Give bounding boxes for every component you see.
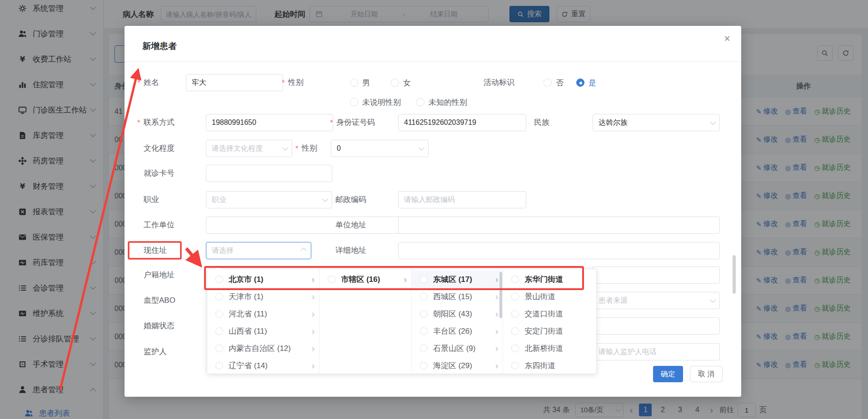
gender2-label: 性别 [302,140,317,157]
idcard-input[interactable] [398,114,526,131]
radio-icon[interactable] [420,276,428,283]
ethnic-select[interactable]: 达斡尔族 [593,114,720,131]
divider [125,61,741,62]
cancel-button[interactable]: 取 消 [690,366,723,382]
cascader-option[interactable]: 交道口街道 [503,305,596,322]
radio-icon[interactable] [511,362,519,370]
required-asterisk: * [295,140,299,157]
radio-icon[interactable] [511,276,519,283]
ethnic-label: 民族 [534,114,549,131]
zip-input[interactable] [398,191,526,208]
cascader-option[interactable]: 北京市 (1) › [207,271,319,288]
radio-icon[interactable] [215,310,223,318]
gender-label: 性别 [288,74,304,91]
radio-active-no[interactable]: 否 [544,74,564,91]
radio-icon[interactable] [511,310,519,318]
chevron-right-icon: › [495,361,499,370]
radio-icon[interactable] [511,327,519,335]
radio-icon[interactable] [215,293,223,301]
radio-icon[interactable] [420,345,428,352]
chevron-down-icon [322,196,328,202]
cascader-option[interactable]: 辽宁省 (14) › [207,357,319,374]
modal-title: 新增患者 [142,40,177,52]
radio-gender-unknown[interactable]: 未知的性别 [416,94,467,111]
cascader-option[interactable]: 石景山区 (9) › [412,340,503,357]
active-flag-label: 活动标识 [484,74,514,91]
chevron-right-icon: › [312,292,315,301]
radio-icon[interactable] [511,293,519,301]
work-address-input[interactable] [398,217,720,234]
required-asterisk: * [137,74,140,91]
chevron-up-icon [301,247,307,253]
visit-card-input[interactable] [206,165,332,182]
radio-icon[interactable] [420,362,428,370]
detail-address-input[interactable] [398,242,720,259]
radio-icon[interactable] [215,327,223,335]
gender2-select[interactable]: 0 [331,140,429,157]
confirm-button[interactable]: 确定 [653,366,683,382]
radio-icon[interactable] [420,310,428,318]
work-unit-input[interactable] [206,217,402,234]
cascader-column-4: 东华门街道 景山街道 交道口街道 安定门街道 北新桥街道 东四街道 [503,269,596,374]
chevron-right-icon: › [312,344,315,353]
cascader-option[interactable]: 东城区 (17) › [412,271,503,288]
job-label: 职业 [144,191,159,208]
cascader-option[interactable]: 东华门街道 [503,271,596,288]
required-asterisk: * [282,74,285,91]
guardian-label: 监护人 [144,343,167,360]
name-input[interactable] [186,74,283,91]
job-select[interactable]: 职业 [206,191,332,208]
cascader-option[interactable]: 丰台区 (26) › [412,322,503,340]
zip-label: 邮政编码 [335,191,366,208]
radio-icon [544,79,552,87]
radio-gender-unstated[interactable]: 未说明性别 [350,94,401,111]
required-asterisk: * [330,114,333,131]
cascader-option[interactable]: 河北省 (11) › [207,305,319,322]
cascader-option[interactable]: 景山街道 [503,288,596,305]
close-icon[interactable]: × [724,33,730,44]
chevron-right-icon: › [495,309,499,318]
radio-icon[interactable] [215,276,223,283]
radio-icon[interactable] [215,362,223,370]
radio-icon [350,98,358,106]
cascader-option[interactable]: 市辖区 (16) › [319,271,411,288]
cascader-scrollbar[interactable] [499,272,502,318]
hukou-label: 户籍地址 [144,266,175,284]
current-address-cascader-select[interactable]: 请选择 [206,242,311,259]
radio-icon[interactable] [328,276,335,283]
cascader-option[interactable]: 朝阳区 (43) › [412,305,503,322]
radio-female[interactable]: 女 [391,74,411,91]
cascader-option[interactable]: 西城区 (15) › [412,288,503,305]
modal-scrollbar[interactable] [733,255,736,294]
work-unit-label: 工作单位 [144,217,175,234]
cascader-option[interactable]: 东四街道 [503,357,596,374]
radio-icon[interactable] [215,345,223,352]
name-label: 姓名 [144,74,159,91]
phone-label: 联系方式 [144,114,175,131]
hukou-right-input[interactable] [593,266,720,284]
cascader-option[interactable]: 安定门街道 [503,322,596,340]
radio-icon[interactable] [511,345,519,352]
radio-icon [350,79,358,87]
education-label: 文化程度 [144,140,175,157]
cascader-option[interactable]: 天津市 (1) › [207,288,319,305]
radio-active-yes[interactable]: 是 [576,74,596,91]
phone-input[interactable] [206,114,333,131]
marriage-right-input[interactable] [593,317,720,335]
radio-icon[interactable] [420,327,428,335]
radio-icon[interactable] [420,293,428,301]
cascader-option[interactable]: 内蒙古自治区 (12) › [207,340,319,357]
cascader-option[interactable]: 山西省 (11) › [207,322,319,340]
chevron-down-icon [710,119,716,125]
patient-source-select[interactable]: 患者来源 [593,292,720,309]
cascader-column-2: 市辖区 (16) › [319,269,412,374]
cascader-option[interactable]: 北新桥街道 [503,340,596,357]
marriage-label: 婚姻状态 [144,317,175,335]
cascader-option[interactable]: 海淀区 (29) › [412,357,503,374]
chevron-right-icon: › [495,344,499,353]
radio-male[interactable]: 男 [350,74,370,91]
education-select[interactable]: 请选择文化程度 [206,140,292,157]
cascader-column-3: 东城区 (17) › 西城区 (15) › 朝阳区 (43) › 丰台区 (26… [412,269,504,374]
chevron-right-icon: › [312,309,315,318]
guardian-phone-input[interactable] [593,343,720,360]
